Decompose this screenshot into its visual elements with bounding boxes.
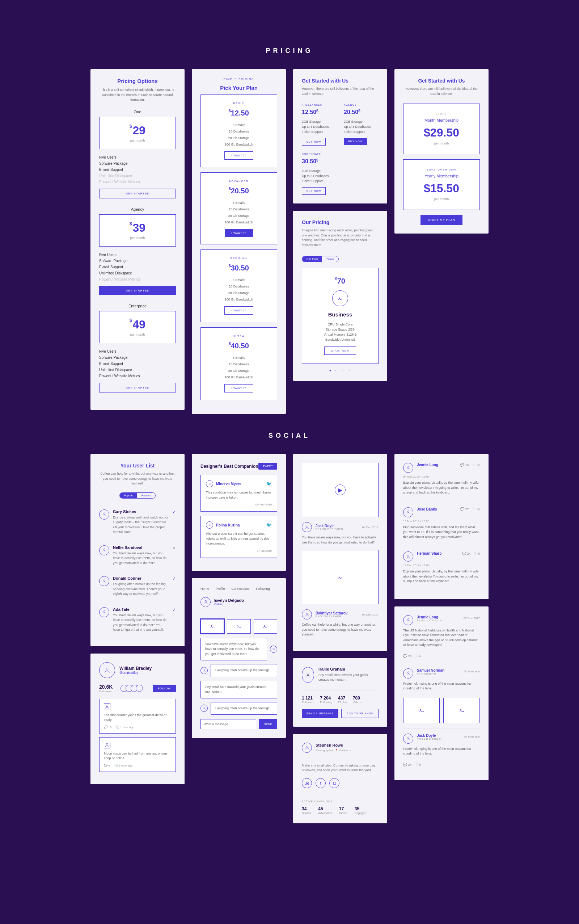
avatar [99,607,109,617]
comment-icon[interactable]: 💬 24 [403,763,412,767]
section-title-pricing: PRICING [0,47,579,55]
biz-name: Business [311,311,370,318]
avatar [403,615,413,625]
get-started-card: Get Started with Us However, there are s… [293,69,387,203]
chat-card: HomeProfileConnectionsFollowing Evelyn D… [192,578,286,738]
start-now-button[interactable]: START NOW [324,346,356,355]
follow-button[interactable]: FOLLOW [153,685,176,692]
buy-now-button[interactable]: BUY NOW [302,187,325,195]
heart-icon[interactable]: ♡ 6 [415,763,421,767]
thumbnail[interactable] [254,619,277,634]
s1-title: Your User List [99,463,176,469]
heart-icon[interactable]: ♡ 12 [472,463,480,467]
nav-tab[interactable]: Following [256,587,270,591]
avatar [99,662,115,678]
heart-icon[interactable]: ♡ 16 [472,507,480,511]
add-friends-button[interactable]: ADD TO FRIENDS [341,709,378,718]
avatar [99,510,109,519]
membership-card: Get Started with Us However, there are s… [394,69,489,234]
instagram-icon[interactable]: ◻ [329,778,339,788]
avatar [206,480,213,487]
comment-icon[interactable]: 💬 22 [460,507,469,511]
p2-eyebrow: SIMPLE PRICING [201,78,277,80]
comment-icon: 💬 9 [104,764,110,767]
clock-icon: 🕐 1 hour ago [114,764,132,767]
buy-now-button[interactable]: BUY NOW [344,138,367,145]
follower-avatars [123,685,143,692]
comment-icon[interactable]: 💬 16 [460,463,469,467]
clock-icon: 🕐 1 hour ago [116,726,134,729]
heart-icon[interactable]: ♡ 6 [474,552,480,555]
p5-sub: However, there are still believers of th… [403,87,480,96]
avatar [206,521,213,529]
p4-title: Our Pricing [302,220,378,225]
avatar [99,545,109,555]
p1-title: Pricing Options [99,78,176,84]
comments-card-2: Jennie LongFashion Designer02 Dec 2017Th… [394,606,489,780]
start-my-plan-button[interactable]: START MY PLAN [420,215,463,225]
avatar [270,645,277,653]
hallie-card: Hallie GrahamAny small step towards your… [293,658,387,727]
thumbnail[interactable] [227,619,250,634]
p3-title: Get Started with Us [302,78,378,84]
avatar [403,463,413,473]
avatar [302,609,312,619]
i-want-it-button[interactable]: I WANT IT [225,229,253,237]
image-icon [332,290,348,306]
i-want-it-button[interactable]: I WANT IT [224,384,253,393]
check-icon[interactable]: ✓ [172,576,176,581]
media-image[interactable] [302,550,378,604]
avatar [403,734,413,744]
heart-icon[interactable]: ♡ 6 [415,654,421,658]
get-started-button[interactable]: GET STARTED [99,286,176,295]
avatar [302,742,312,753]
p1-sub: This is a self-contained circuit which, … [99,88,176,102]
avatar [403,551,413,562]
image-thumb[interactable] [403,698,440,723]
twitter-icon: 🐦 [267,481,272,486]
feed-card: ▶Jack DoyleBRAND DESIGNER02 Dec 2017You … [293,454,387,651]
avatar [302,522,312,532]
pricing-options-card: Pricing Options This is a self-contained… [90,69,185,410]
facebook-icon[interactable]: f [316,778,325,788]
close-icon[interactable]: ✕ [172,545,176,550]
tweet-button[interactable]: TWEET [258,463,277,470]
send-message-button[interactable]: SEND A MESSAGE [302,709,339,718]
tweets-card: Designer's Best CompanionTWEET Minerva M… [192,454,286,571]
person-icon [104,742,110,749]
nav-tab[interactable]: Profile [216,587,225,591]
buy-now-button[interactable]: BUY NOW [302,138,325,146]
avatar [403,507,413,518]
send-button[interactable]: SEND [259,719,277,729]
avatar [403,668,413,678]
message-input[interactable] [201,719,256,729]
comment-icon[interactable]: 💬 24 [403,654,412,658]
i-want-it-button[interactable]: I WANT IT [224,151,253,160]
check-icon[interactable]: ✓ [172,607,176,612]
avatar [201,597,211,607]
avatar [201,704,208,712]
comments-card-1: Jennie Long💬 16♡ 1204 Nov 2018 • 19:00Ex… [394,454,489,599]
nav-tab[interactable]: Home [201,587,209,591]
p2-title: Pick Your Plan [201,85,277,91]
i-want-it-button[interactable]: I WANT IT [224,306,253,315]
behance-icon[interactable]: Be [302,778,312,788]
s1-sub: Coffee can help for a while, but one way… [99,472,176,486]
pick-plan-card: SIMPLE PRICING Pick Your Plan BASIC$12.5… [192,69,286,414]
user-list-card: Your User List Coffee can help for a whi… [90,454,185,646]
get-started-button[interactable]: GET STARTED [99,383,176,393]
p5-title: Get Started with Us [403,78,480,84]
p4-sub: Imagine two men facing each other, point… [302,228,378,247]
twitter-icon: 🐦 [267,523,272,528]
user-toggle[interactable]: PopularRandom [119,492,156,498]
check-icon[interactable]: ✓ [172,510,176,514]
pricing-toggle[interactable]: One EachPromo [302,256,339,262]
nav-tab[interactable]: Connections [232,587,250,591]
image-thumb[interactable] [443,698,480,723]
get-started-button[interactable]: GET STARTED [99,188,176,198]
comment-icon[interactable]: 💬 24 [462,552,471,555]
thumbnail[interactable] [201,619,224,634]
media-video[interactable]: ▶ [302,463,378,517]
carousel-dots[interactable]: ● ○ ○ ○ [302,368,378,372]
our-pricing-card: Our Pricing Imagine two men facing each … [293,211,387,381]
